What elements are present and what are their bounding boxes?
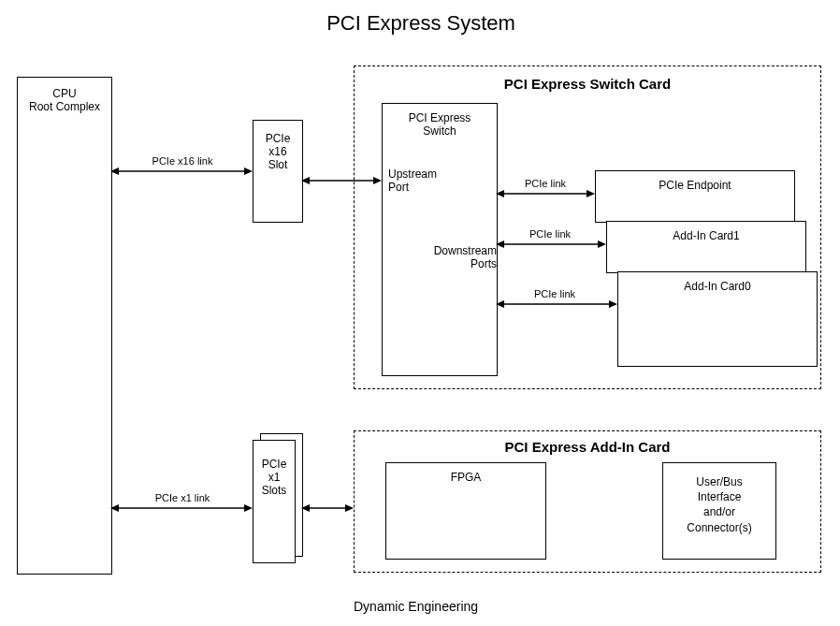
x1-l2: x1 — [268, 471, 281, 484]
addin0-text: Add-In Card0 — [684, 280, 750, 293]
addin-card-title: PCI Express Add-In Card — [355, 439, 820, 455]
ub-l1: User/Bus — [696, 475, 742, 488]
link-cpu-x1-label: PCIe x1 link — [142, 492, 223, 503]
svg-marker-7 — [496, 190, 504, 197]
endpoint-text: PCIe Endpoint — [659, 179, 731, 192]
svg-marker-19 — [301, 504, 310, 512]
upstream2: Port — [388, 181, 409, 194]
x1-l3: Slots — [262, 484, 287, 497]
ub-l4: Connector(s) — [687, 521, 751, 534]
diagram-title: PCI Express System — [313, 11, 529, 36]
svg-marker-1 — [110, 167, 119, 175]
cpu-root-complex-box: CPU Root Complex — [17, 77, 112, 575]
upstream1: Upstream — [388, 167, 437, 181]
pcie-x16-slot-box: PCIe x16 Slot — [253, 120, 303, 223]
link-addin0-label: PCIe link — [527, 288, 583, 299]
switch-t1: PCI Express — [409, 111, 471, 124]
footer-span: Dynamic Engineering — [354, 599, 478, 614]
pcie-x1-slot-front: PCIe x1 Slots — [253, 440, 296, 563]
svg-marker-4 — [301, 177, 310, 184]
ub-l3: and/or — [703, 505, 735, 518]
link-addin1-label: PCIe link — [522, 228, 578, 240]
link-endpoint-text: PCIe link — [525, 178, 566, 189]
link-addin0-text: PCIe link — [534, 288, 575, 299]
link-addin1-text: PCIe link — [529, 228, 571, 240]
fpga-box: FPGA — [385, 462, 546, 560]
addin-card-title-text: PCI Express Add-In Card — [505, 439, 671, 455]
pcie-switch-box: PCI Express Switch Upstream Port Downstr… — [382, 103, 498, 376]
footer-text: Dynamic Engineering — [354, 599, 478, 614]
link-switch-addin0 — [496, 298, 617, 311]
x1-l1: PCIe — [262, 458, 287, 471]
svg-marker-13 — [496, 300, 504, 308]
userbus-box: User/Bus Interface and/or Connector(s) — [662, 462, 776, 560]
link-cpu-x1 — [110, 502, 253, 515]
link-x16-text: PCIe x16 link — [152, 155, 213, 167]
link-cpu-x16-label: PCIe x16 link — [140, 155, 224, 167]
x16-l2: x16 — [268, 145, 286, 158]
svg-marker-20 — [345, 504, 354, 512]
switch-card-title: PCI Express Switch Card — [355, 76, 820, 92]
svg-marker-2 — [244, 167, 253, 175]
link-cpu-x16 — [110, 165, 253, 178]
title-text: PCI Express System — [326, 11, 515, 35]
downstream1: Downstream — [434, 244, 497, 257]
link-switch-addin1 — [496, 238, 606, 251]
svg-marker-16 — [110, 504, 119, 512]
link-endpoint-label: PCIe link — [517, 178, 573, 189]
addin-card0-box: Add-In Card0 — [617, 271, 818, 367]
link-slot-switch — [301, 174, 382, 187]
fpga-text: FPGA — [451, 471, 482, 484]
addin1-text: Add-In Card1 — [673, 229, 739, 242]
x16-l1: PCIe — [266, 132, 291, 145]
cpu-line2: Root Complex — [29, 100, 100, 113]
link-x1-addin — [301, 502, 354, 515]
switch-t2: Switch — [423, 124, 456, 138]
svg-marker-11 — [598, 240, 606, 248]
svg-marker-14 — [609, 300, 617, 308]
x16-l3: Slot — [268, 158, 288, 171]
svg-marker-17 — [244, 504, 253, 512]
svg-marker-10 — [496, 240, 504, 248]
svg-marker-8 — [587, 190, 595, 197]
link-switch-endpoint — [496, 187, 595, 200]
link-x1-text: PCIe x1 link — [155, 492, 210, 503]
cpu-line1: CPU — [52, 87, 76, 100]
pcie-endpoint-box: PCIe Endpoint — [595, 170, 795, 223]
ub-l2: Interface — [698, 490, 742, 503]
switch-card-title-text: PCI Express Switch Card — [504, 76, 671, 92]
svg-marker-5 — [373, 177, 382, 184]
downstream2: Ports — [471, 257, 497, 270]
addin-card1-box: Add-In Card1 — [606, 221, 806, 273]
